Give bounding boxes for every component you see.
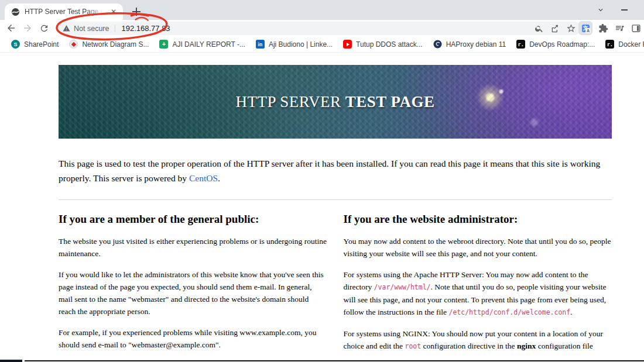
address-bar[interactable]: Not secure 192.168.77.83	[56, 22, 581, 35]
browser-tab[interactable]: HTTP Server Test Page powered ✕	[5, 4, 123, 20]
bookmark-haproxy-debian[interactable]: HAProxy debian 11	[428, 38, 512, 50]
bookmark-star-icon[interactable]	[565, 23, 577, 35]
tab-search-chevron-icon[interactable]	[589, 1, 612, 19]
page-viewport: HTTP SERVER TEST PAGE This page is used …	[0, 53, 644, 362]
administrator-column: If you are the website administrator: Yo…	[344, 213, 612, 353]
back-button[interactable]	[3, 21, 19, 35]
minimize-icon	[621, 9, 628, 11]
bookmark-docker-roadmap[interactable]: r. Docker Roadmap -...	[600, 38, 644, 50]
bookmark-linkedin[interactable]: in Aji Budiono | Linke...	[251, 38, 338, 50]
translate-icon[interactable]: 文 A	[578, 21, 592, 35]
tab-title: HTTP Server Test Page powered	[25, 8, 103, 16]
youtube-icon	[343, 40, 352, 49]
bottom-edge-line	[25, 360, 644, 361]
new-tab-button[interactable]	[129, 4, 144, 19]
extensions-area: 文 A	[578, 21, 642, 35]
general-public-heading: If you are a member of the general publi…	[59, 213, 327, 226]
omnibox-divider	[115, 25, 115, 32]
bookmark-youtube[interactable]: Tutup DDOS attack...	[338, 38, 428, 50]
code-directive: root	[405, 342, 421, 350]
code-path: /var/www/html/	[374, 283, 431, 291]
paragraph: The website you just visited is either e…	[59, 235, 327, 260]
linkedin-icon: in	[256, 40, 265, 49]
sharepoint-icon: S	[11, 40, 20, 49]
not-secure-label: Not secure	[74, 25, 109, 33]
paragraph: For example, if you experienced problems…	[59, 326, 327, 351]
intro-paragraph: This page is used to test the proper ope…	[59, 156, 612, 185]
share-icon[interactable]	[549, 23, 561, 35]
bookmark-network-diagram[interactable]: Network Diagram S...	[64, 38, 154, 50]
security-chip[interactable]: Not secure	[63, 25, 109, 33]
bottom-edge-block	[0, 360, 22, 362]
paragraph: You may now add content to the webroot d…	[344, 235, 612, 260]
tab-close-icon[interactable]: ✕	[109, 7, 118, 16]
bookmark-devops-roadmap[interactable]: r. DevOps Roadmap:...	[511, 38, 600, 50]
extensions-puzzle-icon[interactable]	[597, 22, 609, 34]
search-icon[interactable]	[533, 23, 545, 35]
side-panel-icon[interactable]	[630, 22, 642, 34]
green-sheet-icon: +	[159, 40, 168, 49]
bookmark-aji-daily-report[interactable]: + AJI DAILY REPORT -...	[154, 38, 250, 50]
url-text: 192.168.77.83	[121, 24, 170, 33]
forward-button[interactable]	[19, 21, 36, 35]
divider-rule	[59, 199, 612, 200]
network-diagram-icon	[69, 40, 78, 49]
browser-window: HTTP Server Test Page powered ✕ Not secu…	[0, 0, 644, 362]
globe-favicon-icon	[11, 8, 20, 16]
code-path: /etc/httpd/conf.d/welcome.conf	[448, 308, 570, 316]
test-page-banner: HTTP SERVER TEST PAGE	[59, 65, 612, 139]
paragraph: For systems using the Apache HTTP Server…	[344, 268, 612, 319]
roadmap-sh-icon: r.	[516, 40, 525, 49]
reload-button[interactable]	[36, 21, 52, 35]
minimize-button[interactable]	[612, 1, 636, 19]
general-public-column: If you are a member of the general publi…	[59, 213, 327, 353]
plus-icon	[132, 8, 141, 16]
paragraph: For systems using NGINX: You should now …	[344, 327, 612, 353]
bookmark-sharepoint[interactable]: S SharePoint	[6, 38, 64, 50]
bookmarks-bar: S SharePoint Network Diagram S... + AJI …	[0, 36, 644, 53]
banner-title: HTTP SERVER TEST PAGE	[235, 93, 434, 111]
warning-triangle-icon	[63, 25, 70, 32]
paragraph: If you would like to let the administrat…	[59, 268, 327, 318]
administrator-heading: If you are the website administrator:	[344, 213, 612, 226]
roadmap-sh-icon: r.	[605, 40, 614, 49]
centos-link[interactable]: CentOS	[189, 173, 218, 183]
media-playlist-icon[interactable]	[614, 22, 625, 34]
haproxy-debian-icon	[433, 40, 442, 49]
window-controls	[589, 0, 644, 20]
tab-strip: HTTP Server Test Page powered ✕	[0, 0, 644, 20]
browser-toolbar: Not secure 192.168.77.83 文 A	[0, 20, 644, 36]
maximize-button[interactable]	[636, 1, 644, 19]
